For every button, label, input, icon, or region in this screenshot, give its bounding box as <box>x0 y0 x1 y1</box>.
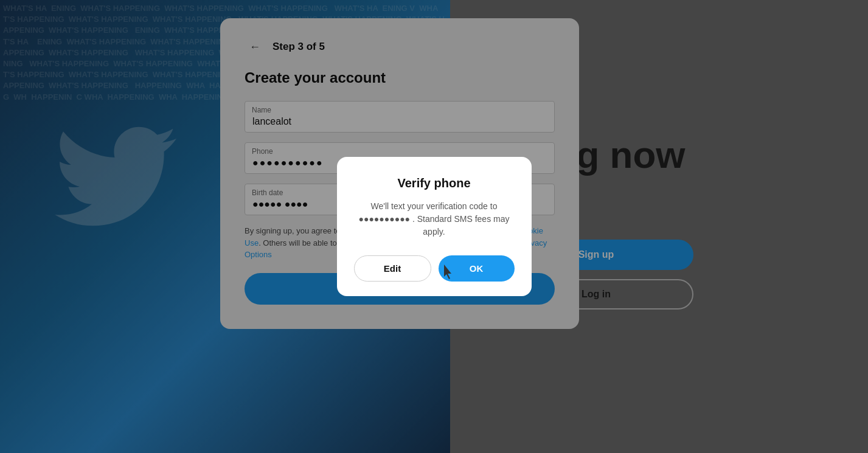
verify-phone-number: ●●●●●●●●●● <box>359 214 411 224</box>
edit-button[interactable]: Edit <box>354 255 431 282</box>
verify-modal-title: Verify phone <box>354 176 515 190</box>
ok-button[interactable]: OK <box>439 255 515 282</box>
verify-modal-buttons: Edit OK <box>354 255 515 282</box>
verify-desc-line1: We'll text your verification code to <box>371 201 498 211</box>
verify-phone-modal: Verify phone We'll text your verificatio… <box>337 157 532 296</box>
verify-modal-description: We'll text your verification code to ●●●… <box>354 200 515 238</box>
modal-overlay: Verify phone We'll text your verificatio… <box>0 0 868 453</box>
verify-desc-line2: . Standard SMS fees may apply. <box>412 214 510 237</box>
